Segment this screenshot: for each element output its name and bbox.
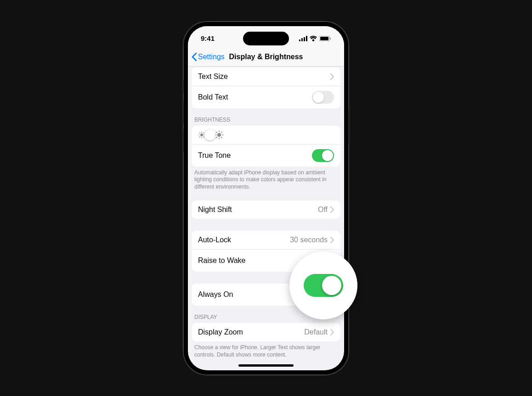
row-auto-lock[interactable]: Auto-Lock 30 seconds bbox=[192, 231, 340, 249]
side-button-vol-up bbox=[182, 101, 183, 124]
night-shift-value: Off bbox=[318, 206, 328, 214]
text-size-label: Text Size bbox=[198, 73, 330, 81]
true-tone-footer: Automatically adapt iPhone display based… bbox=[188, 167, 344, 194]
nav-bar: Settings Display & Brightness bbox=[188, 48, 344, 67]
chevron-right-icon bbox=[330, 329, 334, 335]
brightness-slider-row bbox=[192, 126, 340, 144]
page-title: Display & Brightness bbox=[229, 53, 303, 61]
svg-rect-1 bbox=[301, 38, 303, 41]
true-tone-toggle[interactable] bbox=[312, 149, 334, 162]
row-text-size[interactable]: Text Size bbox=[192, 67, 340, 86]
svg-rect-6 bbox=[330, 38, 331, 39]
auto-lock-label: Auto-Lock bbox=[198, 236, 290, 244]
group-night-shift: Night Shift Off bbox=[192, 201, 340, 219]
sun-large-icon bbox=[215, 130, 224, 139]
row-night-shift[interactable]: Night Shift Off bbox=[192, 201, 340, 219]
display-zoom-label: Display Zoom bbox=[198, 328, 304, 336]
battery-icon bbox=[319, 36, 331, 41]
svg-line-15 bbox=[204, 133, 204, 133]
group-brightness: True Tone bbox=[192, 126, 340, 167]
side-button-power bbox=[349, 109, 350, 144]
true-tone-label: True Tone bbox=[198, 151, 312, 160]
night-shift-label: Night Shift bbox=[198, 206, 318, 214]
svg-rect-3 bbox=[306, 36, 307, 41]
back-label: Settings bbox=[198, 53, 225, 61]
signal-icon bbox=[299, 36, 307, 41]
svg-point-16 bbox=[217, 133, 221, 137]
chevron-right-icon bbox=[330, 237, 334, 243]
display-zoom-footer: Choose a view for iPhone. Larger Text sh… bbox=[188, 341, 344, 357]
group-display-zoom: Display Zoom Default bbox=[192, 323, 340, 341]
status-time: 9:41 bbox=[201, 34, 215, 42]
svg-line-12 bbox=[199, 133, 200, 133]
svg-line-21 bbox=[216, 132, 217, 133]
svg-line-14 bbox=[199, 136, 200, 137]
svg-line-24 bbox=[221, 132, 222, 133]
dynamic-island bbox=[243, 32, 289, 45]
raise-to-wake-label: Raise to Wake bbox=[198, 257, 312, 265]
svg-point-7 bbox=[200, 134, 203, 136]
chevron-left-icon bbox=[192, 53, 197, 61]
chevron-right-icon bbox=[330, 73, 334, 80]
side-button-silence bbox=[182, 80, 183, 93]
svg-line-23 bbox=[216, 137, 217, 138]
back-button[interactable]: Settings bbox=[192, 48, 225, 66]
display-zoom-value: Default bbox=[304, 328, 328, 336]
svg-rect-2 bbox=[304, 37, 305, 41]
always-on-toggle-magnified bbox=[304, 274, 343, 297]
status-icons bbox=[299, 36, 331, 41]
group-text: Text Size Bold Text bbox=[192, 67, 340, 108]
magnifier-callout bbox=[289, 251, 357, 319]
section-header-brightness: BRIGHTNESS bbox=[188, 108, 344, 126]
home-indicator bbox=[238, 364, 294, 367]
wifi-icon bbox=[310, 36, 317, 41]
row-bold-text: Bold Text bbox=[192, 86, 340, 108]
phone-frame: 9:41 Settings Display & Brightness Text … bbox=[183, 22, 349, 375]
svg-rect-5 bbox=[320, 37, 328, 40]
svg-rect-0 bbox=[299, 39, 300, 41]
svg-line-22 bbox=[221, 137, 222, 138]
row-display-zoom[interactable]: Display Zoom Default bbox=[192, 323, 340, 341]
row-true-tone: True Tone bbox=[192, 144, 340, 167]
chevron-right-icon bbox=[330, 206, 334, 213]
bold-text-label: Bold Text bbox=[198, 93, 312, 101]
side-button-vol-down bbox=[182, 129, 183, 152]
auto-lock-value: 30 seconds bbox=[290, 236, 328, 244]
bold-text-toggle[interactable] bbox=[312, 91, 334, 104]
svg-line-13 bbox=[204, 136, 204, 137]
